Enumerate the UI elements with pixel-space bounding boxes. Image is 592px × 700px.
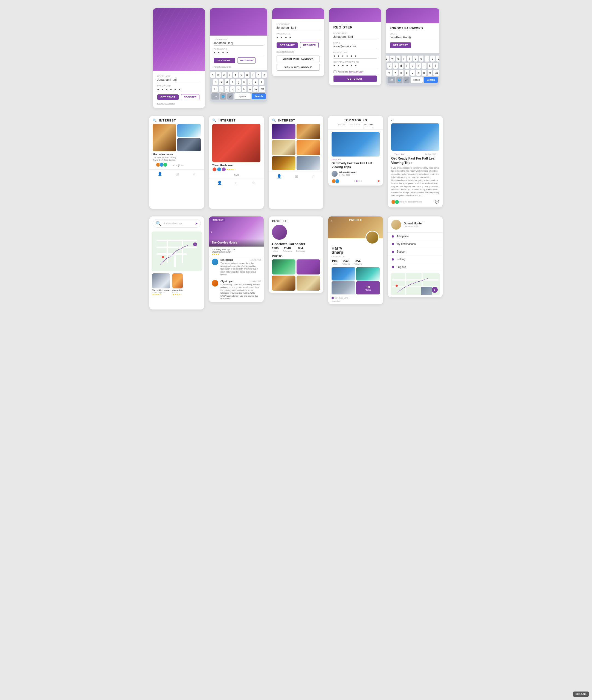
fkey-b[interactable]: b <box>416 70 421 76</box>
search-icon[interactable]: 🔍 <box>153 119 157 122</box>
key-x[interactable]: x <box>225 86 229 92</box>
key-q[interactable]: q <box>210 72 215 78</box>
key-m[interactable]: m <box>253 86 258 92</box>
fkey-e[interactable]: e <box>396 55 400 61</box>
search-icon-3[interactable]: 🔍 <box>272 119 276 122</box>
fkey-w[interactable]: w <box>390 55 395 61</box>
sidebar-item-support[interactable]: Support <box>388 248 443 255</box>
key-123[interactable]: 123 <box>211 93 219 99</box>
fkey-shift[interactable]: ⇧ <box>386 70 392 76</box>
fkey-y[interactable]: y <box>413 55 418 61</box>
key-shift[interactable]: ⇧ <box>212 86 218 92</box>
key-s[interactable]: s <box>219 79 224 85</box>
social-password-field[interactable]: ● ● ● ● <box>277 36 320 40</box>
search-icon-2[interactable]: 🔍 <box>212 119 216 122</box>
facebook-signin-button[interactable]: SIGN IN WITH FACEBOOK <box>277 55 320 62</box>
terms-checkbox[interactable] <box>334 70 337 73</box>
key-e[interactable]: e <box>222 72 227 78</box>
grid-icon[interactable]: ⊞ <box>176 172 179 176</box>
sidebar-item-setting[interactable]: Setting <box>388 255 443 263</box>
heart-icon[interactable]: ♥ <box>378 179 380 183</box>
key-h[interactable]: h <box>242 79 246 85</box>
key-u[interactable]: u <box>245 72 249 78</box>
social-register-button[interactable]: REGISTER <box>300 42 319 48</box>
key-w[interactable]: w <box>216 72 221 78</box>
key-p[interactable]: p <box>262 72 267 78</box>
key-r[interactable]: r <box>228 72 232 78</box>
kb-password-field[interactable]: ● ● ● ● <box>214 51 263 55</box>
reg-username-field[interactable]: Jonathan Han| <box>334 35 377 39</box>
fkey-t[interactable]: t <box>407 55 412 61</box>
feed-back-button[interactable]: ‹ <box>211 229 212 234</box>
key-space[interactable]: space <box>235 93 251 99</box>
grid-icon-3[interactable]: ⊞ <box>295 174 298 178</box>
forgot-password-link[interactable]: Forgot password? <box>157 102 201 105</box>
password-field[interactable]: ● ● ● ● ● ● <box>157 88 201 92</box>
fkey-z[interactable]: z <box>393 70 398 76</box>
fkey-k[interactable]: k <box>428 63 432 69</box>
fkey-g[interactable]: g <box>410 63 415 69</box>
tab-this-week[interactable]: THIS WEEK <box>349 124 360 127</box>
tab-all-time[interactable]: ALL TIME <box>364 124 374 127</box>
fkey-a[interactable]: a <box>387 63 392 69</box>
register-button[interactable]: REGISTER <box>181 94 199 100</box>
fkey-p[interactable]: p <box>436 55 439 61</box>
key-z[interactable]: z <box>219 86 224 92</box>
comment-icon[interactable]: 💬 <box>435 200 439 204</box>
fkey-f[interactable]: f <box>405 63 409 69</box>
sidebar-item-logout[interactable]: Log out <box>388 263 443 271</box>
fkey-space[interactable]: space <box>411 77 423 83</box>
key-y[interactable]: y <box>239 72 244 78</box>
key-t[interactable]: t <box>233 72 238 78</box>
back-button[interactable]: ‹ <box>391 118 393 122</box>
get-start-button[interactable]: GET START <box>157 94 179 100</box>
person-icon-2[interactable]: 👤 <box>217 181 222 185</box>
kb-username-field[interactable]: Jonathan Han| <box>214 41 263 46</box>
fkey-u[interactable]: u <box>419 55 424 61</box>
key-b[interactable]: b <box>242 86 246 92</box>
fkey-v[interactable]: v <box>410 70 415 76</box>
key-f[interactable]: f <box>230 79 235 85</box>
google-signin-button[interactable]: SIGN IN WITH GOOGLE <box>277 64 320 71</box>
fkey-search[interactable]: Search <box>424 77 437 83</box>
kb-forgot-link[interactable]: Forgot password? <box>214 66 263 68</box>
fkey-globe[interactable]: 🌐 <box>396 77 402 83</box>
profile2-back-button[interactable]: ‹ <box>331 219 332 223</box>
username-field[interactable]: Jonathan Han| <box>157 78 201 82</box>
map1-search-bar[interactable]: 🔍 Find nearby shop.. ➤ <box>153 219 201 228</box>
key-n[interactable]: n <box>248 86 252 92</box>
sidebar-item-add-place[interactable]: Add place <box>388 233 443 240</box>
fkey-d[interactable]: d <box>399 63 403 69</box>
forgot-email-field[interactable]: Jonathan Han@ <box>390 36 436 40</box>
star-icon-2[interactable]: ☆ <box>252 181 255 185</box>
tab-today[interactable]: TODAY <box>338 124 345 127</box>
star-icon-3[interactable]: ☆ <box>311 174 315 178</box>
terms-link[interactable]: Term & Privacy <box>349 71 363 73</box>
kb-register-button[interactable]: REGISTER <box>237 57 256 63</box>
story-title[interactable]: Get Ready Fast For Fall Leaf Viewing Tri… <box>328 161 383 171</box>
fkey-mic[interactable]: 🎤 <box>403 77 409 83</box>
fkey-n[interactable]: n <box>422 70 427 76</box>
key-c[interactable]: c <box>230 86 235 92</box>
fkey-x[interactable]: x <box>399 70 403 76</box>
fkey-o[interactable]: o <box>430 55 435 61</box>
reg-email-field[interactable]: your@email.com <box>334 45 377 49</box>
fkey-j[interactable]: j <box>422 63 427 69</box>
social-username-field[interactable]: Jonathan Han| <box>277 26 320 30</box>
star-icon[interactable]: ☆ <box>192 172 196 176</box>
kb-get-start-button[interactable]: GET START <box>214 58 235 63</box>
key-mic[interactable]: 🎤 <box>227 93 233 99</box>
fkey-h[interactable]: h <box>416 63 421 69</box>
fkey-delete[interactable]: ⌫ <box>433 70 439 76</box>
fkey-q[interactable]: q <box>386 55 389 61</box>
key-o[interactable]: o <box>256 72 261 78</box>
key-a[interactable]: a <box>213 79 218 85</box>
key-l[interactable]: l <box>259 79 264 85</box>
key-globe[interactable]: 🌐 <box>220 93 226 99</box>
fkey-l[interactable]: l <box>433 63 438 69</box>
key-i[interactable]: i <box>251 72 255 78</box>
reg-confirm-field[interactable]: ● ● ● ● ● ● <box>334 64 377 68</box>
key-g[interactable]: g <box>236 79 241 85</box>
key-v[interactable]: v <box>236 86 241 92</box>
fkey-s[interactable]: s <box>393 63 398 69</box>
